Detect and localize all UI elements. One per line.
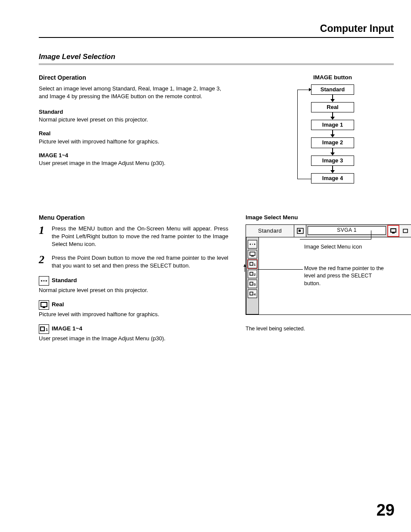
page-header: Computer Input — [39, 22, 394, 38]
side-icon-image3: 3 — [248, 280, 257, 288]
menu-bar-icon-3 — [399, 225, 411, 237]
menu-diagram-title: Image Select Menu — [246, 214, 411, 222]
menu-bar-label: Standard — [246, 225, 294, 237]
menu-bar-signal: SVGA 1 — [308, 226, 386, 235]
flow-box-image4: Image 4 — [311, 173, 354, 184]
side-icon-image2: 2 — [248, 270, 257, 278]
svg-rect-9 — [391, 229, 396, 232]
step-2-text: Press the Point Down button to move the … — [52, 254, 228, 270]
section-title: Image Level Selection — [39, 52, 394, 65]
flow-box-real: Real — [311, 102, 354, 112]
side-icon-real — [248, 250, 257, 258]
direct-heading: Direct Operation — [39, 74, 228, 82]
svg-marker-13 — [249, 243, 251, 245]
icon-label-real: Real — [52, 301, 64, 309]
svg-rect-22 — [250, 282, 253, 285]
svg-text:4: 4 — [254, 292, 256, 296]
def-body-real: Picture level with improved halftone for… — [39, 138, 228, 146]
icon-label-standard: Standard — [52, 277, 77, 285]
def-term-image14: IMAGE 1~4 — [39, 152, 228, 159]
def-body-standard: Normal picture level preset on this proj… — [39, 116, 228, 124]
svg-rect-20 — [250, 272, 253, 275]
svg-rect-18 — [250, 262, 253, 265]
svg-rect-16 — [250, 252, 255, 255]
step-1-number: 1 — [39, 225, 47, 236]
flow-diagram: Standard Real Image 1 Image 2 Image 3 Im… — [311, 84, 354, 184]
flow-box-standard: Standard — [311, 84, 354, 95]
svg-point-14 — [252, 244, 253, 245]
selected-note: The level being selected. — [246, 325, 411, 333]
svg-rect-5 — [40, 327, 44, 331]
menu-area: 1 2 3 4 Image Select Menu icon Move the … — [246, 237, 411, 315]
standard-icon — [39, 276, 49, 286]
svg-rect-4 — [43, 307, 45, 308]
def-term-real: Real — [39, 130, 228, 137]
svg-rect-17 — [251, 256, 254, 257]
flow-box-image3: Image 3 — [311, 156, 354, 166]
svg-marker-15 — [254, 243, 255, 245]
icon-label-image14: IMAGE 1~4 — [52, 325, 82, 333]
flow-box-image1: Image 1 — [311, 120, 354, 130]
def-body-image14: User preset image in the Image Adjust Me… — [39, 159, 228, 167]
icon-body-real: Picture level with improved halftone for… — [39, 311, 228, 318]
callout-1: Image Select Menu icon — [304, 243, 362, 251]
svg-rect-10 — [392, 233, 395, 233]
svg-text:1: 1 — [46, 327, 48, 332]
def-term-standard: Standard — [39, 108, 228, 116]
real-icon — [39, 300, 49, 310]
flow-box-image2: Image 2 — [311, 137, 354, 148]
side-icon-image1: 1 — [248, 260, 257, 268]
svg-marker-2 — [46, 280, 47, 282]
svg-text:3: 3 — [254, 283, 256, 286]
step-1-text: Press the MENU button and the On-Screen … — [52, 225, 228, 249]
icon-body-image14: User preset image in the Image Adjust Me… — [39, 335, 228, 342]
svg-rect-24 — [250, 292, 253, 295]
direct-intro: Select an image level among Standard, Re… — [39, 85, 228, 100]
icon-body-standard: Normal picture level preset on this proj… — [39, 286, 228, 294]
callout-2: Move the red frame pointer to the level … — [304, 265, 386, 288]
flow-title: IMAGE button — [271, 74, 394, 82]
menu-op-heading: Menu Operation — [39, 214, 228, 222]
svg-rect-11 — [403, 229, 408, 233]
svg-rect-8 — [299, 230, 301, 232]
side-strip: 1 2 3 4 — [246, 237, 259, 314]
svg-point-1 — [44, 280, 45, 281]
selected-arrow-icon — [243, 264, 247, 274]
menu-bar-icon-selected — [387, 225, 399, 237]
menu-bar: Standard SVGA 1 — [246, 224, 411, 237]
page-number: 29 — [377, 499, 395, 522]
svg-text:1: 1 — [254, 263, 256, 267]
side-icon-standard — [248, 240, 257, 249]
svg-rect-3 — [41, 302, 47, 307]
step-2-number: 2 — [39, 254, 47, 265]
svg-marker-0 — [40, 280, 42, 282]
menu-bar-icon-1 — [294, 225, 306, 237]
image14-icon: 1 — [39, 324, 49, 334]
side-icon-image4: 4 — [248, 289, 257, 298]
svg-marker-27 — [243, 264, 246, 267]
svg-text:2: 2 — [254, 273, 256, 277]
